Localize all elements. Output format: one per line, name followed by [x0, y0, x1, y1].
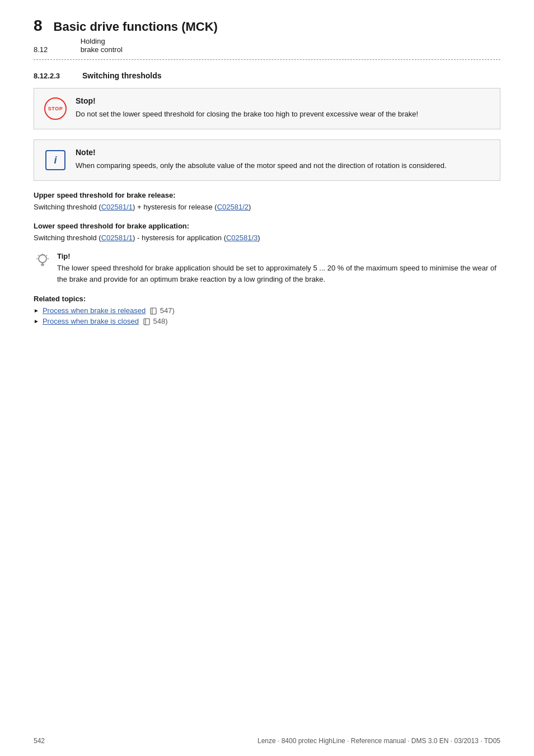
stop-notice-text: Do not set the lower speed threshold for… — [76, 109, 418, 120]
svg-line-6 — [46, 255, 47, 256]
tip-label: Tip! — [57, 252, 500, 260]
upper-threshold-label: Upper speed threshold for brake release: — [34, 191, 500, 199]
section-number: 8.12.2.3 — [34, 72, 60, 80]
related-item-1: ► Process when brake is released 547) — [34, 306, 500, 315]
svg-rect-11 — [144, 319, 149, 325]
footer-reference: Lenze · 8400 protec HighLine · Reference… — [257, 737, 500, 745]
tip-text: The lower speed threshold for brake appl… — [57, 263, 500, 284]
related-page-ref-1: 547) — [150, 306, 175, 315]
upper-threshold-text: Switching threshold (C02581/1) + hystere… — [34, 202, 500, 213]
stop-notice: STOP Stop! Do not set the lower speed th… — [34, 88, 500, 129]
page-header: 8 Basic drive functions (MCK) — [34, 17, 500, 35]
info-icon: i — [45, 150, 65, 170]
related-link-2[interactable]: Process when brake is closed — [43, 317, 139, 325]
page-footer: 542 Lenze · 8400 protec HighLine · Refer… — [0, 737, 534, 745]
note-notice-content: Note! When comparing speeds, only the ab… — [76, 148, 447, 171]
related-topics-label: Related topics: — [34, 295, 500, 303]
tip-icon — [34, 252, 51, 273]
lower-threshold-text: Switching threshold (C02581/1) - hystere… — [34, 232, 500, 244]
upper-text-before: Switching threshold ( — [34, 203, 101, 211]
sub-header: 8.12 Holding brake control — [34, 37, 500, 54]
lower-text-mid: ) - hysteresis for application ( — [133, 234, 226, 242]
chapter-title: Basic drive functions (MCK) — [54, 20, 218, 34]
sub-number: 8.12 — [34, 45, 78, 54]
lower-threshold-label: Lower speed threshold for brake applicat… — [34, 222, 500, 230]
note-notice: i Note! When comparing speeds, only the … — [34, 139, 500, 181]
related-link-1[interactable]: Process when brake is released — [43, 306, 146, 315]
tip-box: Tip! The lower speed threshold for brake… — [34, 252, 500, 284]
stop-notice-content: Stop! Do not set the lower speed thresho… — [76, 96, 418, 120]
page-number: 542 — [34, 737, 45, 745]
lower-threshold-section: Lower speed threshold for brake applicat… — [34, 222, 500, 244]
svg-line-5 — [38, 255, 39, 256]
note-notice-text: When comparing speeds, only the absolute… — [76, 160, 447, 171]
section-title: Switching thresholds — [82, 71, 162, 80]
upper-text-mid: ) + hysteresis for release ( — [133, 203, 217, 211]
svg-rect-9 — [151, 308, 156, 314]
section-divider — [34, 59, 500, 60]
related-item-2: ► Process when brake is closed 548) — [34, 317, 500, 325]
arrow-icon-1: ► — [34, 307, 39, 314]
lower-text-before: Switching threshold ( — [34, 234, 101, 242]
note-notice-title: Note! — [76, 148, 447, 157]
lower-link1[interactable]: C02581/1 — [101, 234, 133, 242]
upper-link2[interactable]: C02581/2 — [217, 203, 249, 211]
upper-link1[interactable]: C02581/1 — [101, 203, 133, 211]
related-topics: Related topics: ► Process when brake is … — [34, 295, 500, 325]
chapter-number: 8 — [34, 17, 43, 35]
upper-text-after: ) — [249, 203, 251, 211]
info-icon-container: i — [43, 148, 68, 172]
svg-point-0 — [39, 255, 46, 263]
upper-threshold-section: Upper speed threshold for brake release:… — [34, 191, 500, 213]
stop-icon: STOP — [43, 96, 68, 121]
tip-content: Tip! The lower speed threshold for brake… — [57, 252, 500, 284]
related-page-ref-2: 548) — [143, 317, 168, 325]
arrow-icon-2: ► — [34, 318, 39, 324]
stop-notice-title: Stop! — [76, 96, 418, 105]
lower-text-after: ) — [257, 234, 260, 242]
sub-title: Holding brake control — [81, 37, 125, 54]
lower-link2[interactable]: C02581/3 — [226, 234, 257, 242]
